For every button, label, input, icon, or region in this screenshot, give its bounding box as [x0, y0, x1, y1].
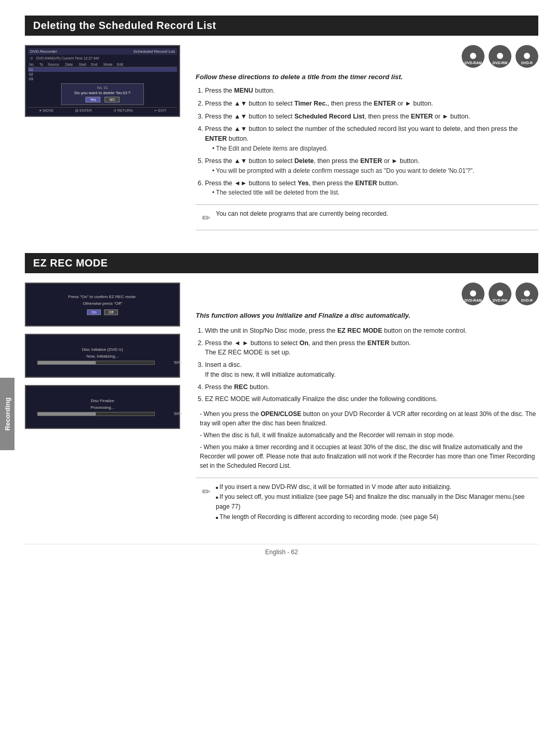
- step-5-note: You will be prompted with a delete confi…: [205, 166, 538, 175]
- progress-fill-init: [38, 361, 96, 364]
- ez-step-2: Press the ◄ ► buttons to select On, and …: [205, 338, 538, 358]
- off-button[interactable]: Off: [104, 309, 118, 315]
- screen-row-2: 02: [28, 72, 177, 77]
- bullet-notes: If you insert a new DVD-RW disc, it will…: [216, 482, 532, 522]
- bullet-note-1: If you insert a new DVD-RW disc, it will…: [216, 482, 532, 492]
- section2-instructions: This function allows you Initialize and …: [196, 310, 538, 526]
- section2-steps: With the unit in Stop/No Disc mode, pres…: [196, 326, 538, 404]
- confirm-title: No. 01: [65, 86, 140, 90]
- on-button[interactable]: On: [87, 309, 101, 315]
- on-off-buttons: On Off: [87, 309, 119, 315]
- section1-right: DVD-RAM DVD-RW DVD-R Follow these direct…: [196, 45, 538, 238]
- dvd-ram-icon-2: DVD-RAM: [462, 283, 484, 305]
- yes-button[interactable]: Yes: [85, 97, 100, 102]
- step-5: Press the ▲▼ button to select Delete, th…: [205, 156, 538, 175]
- dash-notes: - When you press the OPEN/CLOSE button o…: [196, 409, 538, 470]
- progress-label-init: 50%: [174, 360, 182, 365]
- dash-note-1: - When you press the OPEN/CLOSE button o…: [196, 409, 538, 428]
- step-4-note: The Edit and Delete items are displayed.: [205, 144, 538, 153]
- bullet-note-3: The length of Recording is different acc…: [216, 512, 532, 522]
- section2-note-box: ✏ If you insert a new DVD-RW disc, it wi…: [196, 478, 538, 526]
- ez-step-5: EZ REC MODE will Automatically Finalize …: [205, 394, 538, 404]
- ez-step-2-note: The EZ REC MODE is set up.: [205, 348, 538, 358]
- note-icon-1: ✏: [202, 210, 211, 226]
- section2-intro: This function allows you Initialize and …: [196, 310, 538, 321]
- page-number: English - 62: [265, 549, 298, 556]
- step-1: Press the MENU button.: [205, 86, 538, 96]
- step-3: Press the ▲▼ button to select Scheduled …: [205, 112, 538, 122]
- dvd-rw-icon: DVD-RW: [489, 45, 511, 68]
- ez-step-3-note: If the disc is new, it will initialize a…: [205, 370, 538, 380]
- screen-footer: ✦ MOVE @ ENTER ↺ RETURN ↵ EXIT: [28, 107, 177, 114]
- side-tab-label: Recording: [4, 397, 11, 431]
- ez-screen-finalize: Disc Finalize Processing... 50%: [25, 385, 180, 429]
- progress-label-finalize: 50%: [174, 411, 182, 416]
- screen-sub-header: ⊙ DVD-RAM(VR) Current Time 12:27 AM: [28, 56, 177, 61]
- ez-screens-container: Press "On" to confirm EZ REC mode. Other…: [25, 283, 180, 429]
- screen-header: DVD-Recorder Scheduled Record List: [28, 48, 177, 55]
- section1-left: DVD-Recorder Scheduled Record List ⊙ DVD…: [25, 45, 180, 238]
- dvd-r-icon-2: DVD-R: [516, 283, 538, 305]
- ez-screen1-line1: Press "On" to confirm EZ REC mode.: [68, 294, 137, 299]
- note-icon-2: ✏: [202, 483, 211, 500]
- screen-row-3: 03: [28, 77, 177, 81]
- section1-intro: Follow these directions to delete a titl…: [196, 73, 538, 81]
- ez-screen2-line2: Now, Initializing...: [86, 354, 119, 359]
- section1-title: Deleting the Scheduled Record List: [25, 16, 538, 36]
- confirm-dialog: No. 01 Do you want to delete 'No.01'? Ye…: [61, 83, 144, 105]
- progress-bar-finalize: 50%: [37, 412, 168, 416]
- progress-bar-container-finalize: [37, 412, 155, 416]
- dvd-ram-icon: DVD-RAM: [462, 45, 484, 68]
- section1-instructions: Follow these directions to delete a titl…: [196, 73, 538, 197]
- progress-bar-init: 50%: [37, 361, 168, 365]
- ez-step-1: With the unit in Stop/No Disc mode, pres…: [205, 326, 538, 336]
- disc-icons-1: DVD-RAM DVD-RW DVD-R: [196, 45, 538, 68]
- dvd-recorder-screen: DVD-Recorder Scheduled Record List ⊙ DVD…: [25, 45, 180, 117]
- screen-table-header: No To Source Date Start End Mode Edit: [28, 62, 177, 67]
- dvd-rw-icon-2: DVD-RW: [489, 283, 511, 305]
- confirm-buttons: Yes NO: [65, 97, 140, 102]
- ez-screen-init: Disc Initialize (DVD-V) Now, Initializin…: [25, 334, 180, 378]
- section1-note: ✏ You can not delete programs that are c…: [196, 204, 538, 230]
- note-text-1: You can not delete programs that are cur…: [216, 209, 388, 218]
- ez-screen1-line2: Otherwise press "Off": [83, 301, 122, 306]
- section2-right: DVD-RAM DVD-RW DVD-R This function allow…: [196, 283, 538, 533]
- bullet-note-2: If you select off, you must initialize (…: [216, 492, 532, 512]
- no-button[interactable]: NO: [105, 97, 120, 102]
- section2-content: Press "On" to confirm EZ REC mode. Other…: [25, 283, 538, 533]
- side-recording-tab: Recording: [0, 378, 14, 450]
- progress-bar-container-init: [37, 361, 155, 365]
- section1-content: DVD-Recorder Scheduled Record List ⊙ DVD…: [25, 45, 538, 238]
- confirm-message: Do you want to delete 'No.01'?: [65, 91, 140, 95]
- screen-header-left: DVD-Recorder: [30, 49, 57, 54]
- step-6-note: The selected title will be deleted from …: [205, 188, 538, 197]
- dvd-r-icon: DVD-R: [516, 45, 538, 68]
- screen-row-1: 01: [28, 67, 177, 72]
- dash-note-2: - When the disc is full, it will finaliz…: [196, 431, 538, 440]
- progress-fill-finalize: [38, 412, 96, 416]
- disc-icons-2: DVD-RAM DVD-RW DVD-R: [196, 283, 538, 305]
- section1-steps: Press the MENU button. Press the ▲▼ butt…: [196, 86, 538, 197]
- ez-step-3: Insert a disc. If the disc is new, it wi…: [205, 360, 538, 380]
- section2-title: EZ REC MODE: [25, 253, 538, 273]
- dash-note-3: - When you make a timer recording and it…: [196, 442, 538, 470]
- section2-left: Press "On" to confirm EZ REC mode. Other…: [25, 283, 180, 533]
- ez-step-4: Press the REC button.: [205, 382, 538, 392]
- step-2: Press the ▲▼ button to select Timer Rec.…: [205, 99, 538, 109]
- page-footer: English - 62: [25, 544, 538, 556]
- ez-screen3-line1: Disc Finalize: [91, 398, 114, 403]
- ez-screen3-line2: Processing...: [91, 405, 114, 410]
- step-6: Press the ◄► buttons to select Yes, then…: [205, 179, 538, 198]
- ez-screen-onoff: Press "On" to confirm EZ REC mode. Other…: [25, 283, 180, 327]
- step-4: Press the ▲▼ button to select the number…: [205, 124, 538, 153]
- ez-screen2-line1: Disc Initialize (DVD-V): [82, 347, 123, 352]
- screen-header-right: Scheduled Record List: [134, 49, 175, 54]
